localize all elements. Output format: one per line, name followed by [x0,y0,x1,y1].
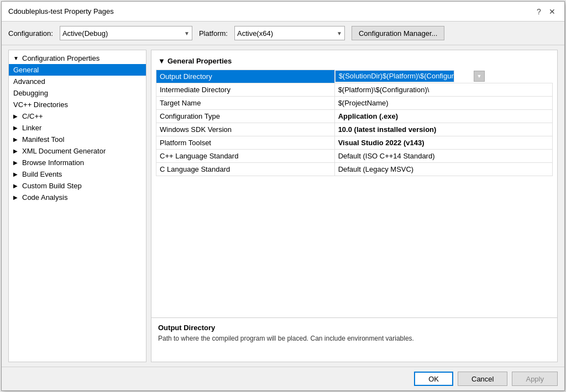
browse-arrow-icon: ▶ [13,160,20,166]
sidebar-item-manifest-tool[interactable]: ▶ Manifest Tool [9,134,146,145]
build-arrow-icon: ▶ [13,171,20,177]
sidebar-item-general[interactable]: General [9,64,146,76]
toolbar-row: Configuration: Active(Debug) ▼ Platform:… [2,22,564,45]
advanced-label: Advanced [13,77,45,86]
config-value: Active(Debug) [62,29,108,38]
section-header: ▼ General Properties [156,55,553,70]
root-arrow-icon: ▼ [13,55,20,61]
sidebar-item-linker[interactable]: ▶ Linker [9,122,146,134]
table-row[interactable]: Intermediate Directory$(Platform)\$(Conf… [156,83,553,97]
property-dropdown-btn[interactable]: ▼ [474,71,485,82]
title-bar: Cdoubleplus-test Property Pages ? ✕ [2,2,564,22]
section-title: General Properties [167,57,232,65]
table-row[interactable]: Target Name$(ProjectName) [156,97,553,110]
property-pages-dialog: Cdoubleplus-test Property Pages ? ✕ Conf… [1,1,565,391]
debugging-label: Debugging [13,89,48,97]
properties-area: ▼ General Properties Output Directory$(S… [151,50,557,317]
title-bar-controls: ? ✕ [533,6,558,17]
code-arrow-icon: ▶ [13,194,20,200]
sidebar-item-xml-doc[interactable]: ▶ XML Document Generator [9,145,146,157]
table-row[interactable]: Windows SDK Version10.0 (latest installe… [156,123,553,136]
platform-combo-arrow: ▼ [337,30,342,36]
desc-title: Output Directory [158,324,551,332]
linker-arrow-icon: ▶ [13,125,20,131]
help-button[interactable]: ? [533,6,544,17]
description-panel: Output Directory Path to where the compi… [151,317,557,362]
custom-arrow-icon: ▶ [13,183,20,189]
platform-value: Active(x64) [237,29,273,38]
cpp-arrow-icon: ▶ [13,113,20,119]
manifest-label: Manifest Tool [22,135,64,144]
section-collapse-icon: ▼ [158,57,165,65]
configuration-combo[interactable]: Active(Debug) ▼ [60,26,192,40]
properties-table: Output Directory$(SolutionDir)$(Platform… [156,70,553,176]
main-content: ▼ Configuration Properties General Advan… [2,45,564,367]
desc-text: Path to where the compiled program will … [158,334,551,343]
custom-label: Custom Build Step [22,182,82,190]
sidebar-item-debugging[interactable]: Debugging [9,87,146,99]
sidebar-item-code-analysis[interactable]: ▶ Code Analysis [9,192,146,203]
cancel-button[interactable]: Cancel [458,372,507,386]
code-label: Code Analysis [22,193,67,202]
left-panel: ▼ Configuration Properties General Advan… [8,50,146,362]
dialog-title: Cdoubleplus-test Property Pages [8,7,114,15]
platform-label: Platform: [199,29,228,38]
apply-button[interactable]: Apply [512,372,558,386]
config-manager-button[interactable]: Configuration Manager... [352,26,444,40]
table-row[interactable]: C Language StandardDefault (Legacy MSVC) [156,163,553,176]
table-row[interactable]: C++ Language StandardDefault (ISO C++14 … [156,150,553,163]
sidebar-item-advanced[interactable]: Advanced [9,76,146,87]
linker-label: Linker [22,124,41,132]
browse-label: Browse Information [22,158,84,167]
manifest-arrow-icon: ▶ [13,136,20,142]
sidebar-item-build-events[interactable]: ▶ Build Events [9,168,146,180]
table-row[interactable]: Platform ToolsetVisual Studio 2022 (v143… [156,136,553,150]
platform-combo[interactable]: Active(x64) ▼ [234,26,345,40]
root-label: Configuration Properties [22,54,99,62]
build-label: Build Events [22,170,62,178]
xml-label: XML Document Generator [22,147,106,155]
right-panel: ▼ General Properties Output Directory$(S… [151,50,558,362]
tree-root-config-properties[interactable]: ▼ Configuration Properties [9,52,146,64]
xml-arrow-icon: ▶ [13,148,20,154]
vc-directories-label: VC++ Directories [13,100,68,109]
cpp-label: C/C++ [22,112,43,120]
sidebar-item-cpp[interactable]: ▶ C/C++ [9,110,146,122]
sidebar-item-custom-build[interactable]: ▶ Custom Build Step [9,180,146,192]
config-label: Configuration: [8,29,53,38]
ok-button[interactable]: OK [414,372,453,386]
sidebar-item-browse[interactable]: ▶ Browse Information [9,157,146,168]
config-combo-arrow: ▼ [184,30,190,36]
button-row: OK Cancel Apply [2,367,564,390]
table-row[interactable]: Output Directory$(SolutionDir)$(Platform… [156,70,553,83]
close-button[interactable]: ✕ [547,6,558,17]
general-label: General [13,66,39,74]
table-row[interactable]: Configuration TypeApplication (.exe) [156,110,553,123]
sidebar-item-vc-directories[interactable]: VC++ Directories [9,99,146,110]
